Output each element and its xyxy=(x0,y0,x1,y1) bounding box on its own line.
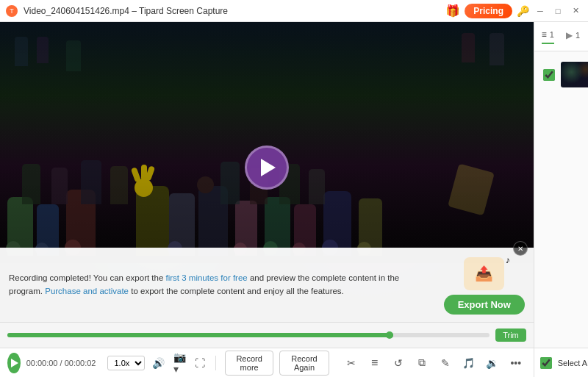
divider xyxy=(215,356,216,370)
tab-video[interactable]: ▶ 1 xyxy=(566,30,580,43)
share-icon: 📤 xyxy=(475,265,493,282)
right-bottom-bar: Select All 🗑 📂 📁 xyxy=(534,348,588,377)
fullscreen-icon[interactable]: ⛶ xyxy=(193,356,207,370)
notification-text-after: to export the complete content and enjoy… xyxy=(131,287,344,295)
list-count: 1 xyxy=(550,30,554,39)
export-icon-area: 📤 ♪ xyxy=(459,255,510,292)
video-count: 1 xyxy=(576,31,580,40)
volume-adjust-icon[interactable]: 🔉 xyxy=(482,353,503,373)
volume-icon[interactable]: 🔊 xyxy=(151,356,166,370)
play-pause-button[interactable] xyxy=(7,353,21,373)
titlebar-left: T Video_240604151426.mp4 – Tipard Screen… xyxy=(6,5,228,17)
main-container: ✕ Recording completed! You can export th… xyxy=(0,22,588,377)
minimize-button[interactable]: ─ xyxy=(534,4,547,18)
time-display: 00:00:00 / 00:00:02 xyxy=(26,359,96,367)
record-more-button[interactable]: Record more xyxy=(225,351,273,376)
video-tab-icon: ▶ xyxy=(566,30,573,40)
window-title: Video_240604151426.mp4 – Tipard Screen C… xyxy=(24,6,228,16)
purchase-link[interactable]: Purchase and activate xyxy=(45,287,129,295)
key-icon[interactable]: 🔑 xyxy=(517,5,529,17)
select-all-checkbox[interactable] xyxy=(540,357,552,369)
maximize-button[interactable]: □ xyxy=(551,4,564,18)
more-icon[interactable]: ••• xyxy=(506,353,526,373)
video-area: ✕ Recording completed! You can export th… xyxy=(0,22,534,322)
notification-text: Recording completed! You can export the … xyxy=(9,272,435,298)
close-button[interactable]: ✕ xyxy=(569,4,582,18)
select-all-label: Select All xyxy=(558,359,588,367)
file-checkbox[interactable] xyxy=(543,69,555,81)
music-note-icon: ♪ xyxy=(506,255,510,265)
notification-bar: Recording completed! You can export the … xyxy=(0,248,534,322)
right-panel: ≡ 1 ▶ 1 ♪ 0 🖼 0 xyxy=(534,22,588,377)
export-icon: 📤 xyxy=(464,257,504,290)
audio-icon[interactable]: 🎵 xyxy=(459,353,479,373)
video-close-button[interactable]: ✕ xyxy=(513,241,528,256)
bottom-toolbar: 00:00:00 / 00:00:02 1.0x 0.5x 1.5x 2.0x … xyxy=(0,348,534,377)
play-button[interactable] xyxy=(245,146,289,190)
tab-list[interactable]: ≡ 1 xyxy=(542,29,554,44)
video-content xyxy=(0,22,534,263)
controls-bar: Trim xyxy=(0,322,534,348)
progress-thumb xyxy=(386,331,393,339)
left-panel: ✕ Recording completed! You can export th… xyxy=(0,22,534,377)
file-list: Video_240604151426.mp4 00:00:02 225KB xyxy=(534,51,588,348)
notification-text-before: Recording completed! You can export the xyxy=(9,273,166,282)
titlebar: T Video_240604151426.mp4 – Tipard Screen… xyxy=(0,0,588,22)
progress-track[interactable] xyxy=(7,333,490,337)
refresh-icon[interactable]: ↺ xyxy=(388,353,409,373)
time-current: 00:00:00 xyxy=(26,359,58,367)
app-icon: T xyxy=(6,5,18,17)
camera-icon[interactable]: 📷▾ xyxy=(172,350,187,376)
file-thumbnail xyxy=(561,62,588,87)
progress-area xyxy=(7,333,490,337)
action-icons: ✂ ≡ ↺ ⧉ ✎ 🎵 🔉 ••• xyxy=(341,353,526,373)
record-again-button[interactable]: Record Again xyxy=(279,351,329,376)
speed-select[interactable]: 1.0x 0.5x 1.5x 2.0x xyxy=(107,356,145,370)
list-item[interactable]: Video_240604151426.mp4 00:00:02 225KB xyxy=(540,57,588,92)
time-total: 00:00:02 xyxy=(65,359,96,367)
free-minutes-link[interactable]: first 3 minutes for free xyxy=(166,273,248,282)
tab-bar: ≡ 1 ▶ 1 ♪ 0 🖼 0 xyxy=(534,22,588,51)
titlebar-right: 🎁 Pricing 🔑 ─ □ ✕ xyxy=(445,4,582,18)
trim-button[interactable]: Trim xyxy=(495,328,526,342)
pricing-button[interactable]: Pricing xyxy=(465,4,512,18)
progress-fill xyxy=(7,333,393,337)
list-icon: ≡ xyxy=(542,29,547,40)
gift-icon: 🎁 xyxy=(445,4,460,18)
export-container: 📤 ♪ Export Now xyxy=(444,255,525,315)
copy-icon[interactable]: ⧉ xyxy=(412,353,432,373)
edit-icon[interactable]: ✎ xyxy=(435,353,456,373)
equalizer-icon[interactable]: ≡ xyxy=(365,353,385,373)
export-now-button[interactable]: Export Now xyxy=(444,295,525,315)
scissors-icon[interactable]: ✂ xyxy=(341,353,362,373)
